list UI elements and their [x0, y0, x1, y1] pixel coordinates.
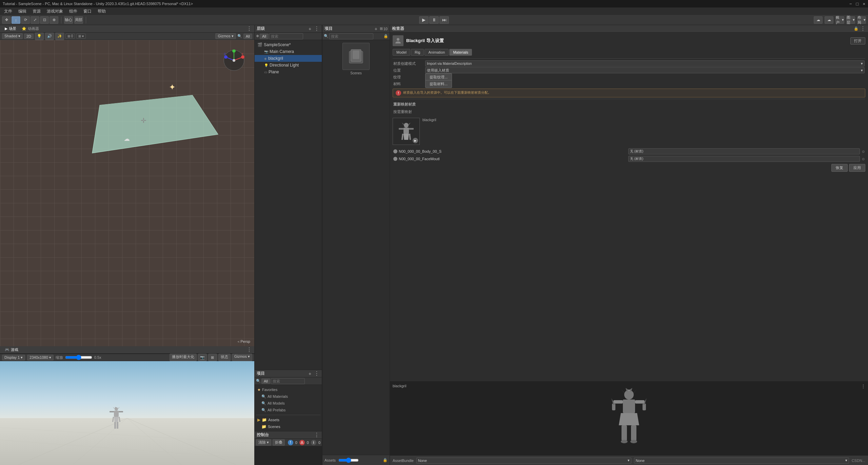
game-tab[interactable]: 🎮 游戏: [2, 347, 21, 353]
scene-content[interactable]: ✦ ☁ ✛ X Y: [0, 40, 254, 346]
hierarchy-dots-btn[interactable]: ⋮: [314, 26, 320, 32]
local-btn[interactable]: 局部: [74, 16, 83, 24]
service-icon[interactable]: ☁: [825, 16, 833, 24]
hierarchy-add-btn[interactable]: +: [307, 26, 313, 32]
hierarchy-plane-item[interactable]: ▭ Plane: [255, 69, 322, 75]
asset-bundle-select[interactable]: None ▾: [416, 458, 631, 464]
pause-button[interactable]: ⏸: [429, 16, 439, 24]
resolution-btn[interactable]: 2340x1080 ▾: [27, 355, 54, 360]
material-select-1[interactable]: 无 (材质): [628, 148, 860, 154]
material-select-2[interactable]: 无 (材质): [628, 156, 860, 162]
inspector-preview-dots[interactable]: ⋮: [861, 384, 865, 389]
all-models-item[interactable]: 🔍 All Models: [256, 400, 320, 407]
menu-gameobject[interactable]: 游戏对象: [44, 8, 66, 15]
favorites-header[interactable]: ★ Favorites: [256, 386, 320, 393]
apply-btn[interactable]: 应用: [849, 164, 865, 172]
menu-help[interactable]: 帮助: [95, 8, 108, 15]
revert-btn[interactable]: 恢复: [831, 164, 848, 172]
all-materials-item[interactable]: 🔍 All Materials: [256, 393, 320, 400]
console-collapse-btn[interactable]: 折叠: [273, 439, 285, 446]
camera-icon[interactable]: 📷: [198, 354, 207, 361]
project-dots-btn[interactable]: ⋮: [314, 371, 320, 377]
scene-tab[interactable]: ▶ 场景: [2, 25, 19, 32]
2d-btn[interactable]: 2D: [24, 34, 34, 39]
tab-model[interactable]: Model: [393, 49, 410, 56]
move-tool[interactable]: ↕: [12, 16, 20, 24]
inspector-dots-btn[interactable]: ⋮: [860, 26, 866, 32]
scenes-thumbnail[interactable]: [342, 43, 370, 70]
hierarchy-all-btn[interactable]: All: [260, 34, 269, 39]
animator-tab[interactable]: ⭐ 动画器: [19, 25, 42, 32]
layers-btn[interactable]: 图层 ▾: [846, 16, 855, 24]
console-clear-btn[interactable]: 清除 ▾: [256, 439, 271, 446]
game-view-dots[interactable]: ⋮: [246, 347, 252, 353]
project-search[interactable]: [271, 378, 305, 384]
rect-tool[interactable]: ⊡: [40, 16, 49, 24]
scale-slider[interactable]: [65, 355, 92, 360]
display-btn[interactable]: Display 1 ▾: [2, 355, 25, 360]
game-status-btn[interactable]: 状态: [218, 354, 231, 361]
hand-tool[interactable]: ✥: [2, 16, 11, 24]
material-target-icon-2[interactable]: ⊙: [862, 157, 865, 161]
rotate-tool[interactable]: ⟳: [21, 16, 30, 24]
scenes-asset-folder[interactable]: Scenes: [325, 43, 387, 75]
assets-zoom-slider[interactable]: [338, 458, 359, 462]
scene-lighting-btn[interactable]: 💡: [35, 33, 44, 40]
layout-btn[interactable]: 布局 ▾: [857, 16, 866, 24]
step-button[interactable]: ⏭: [439, 16, 449, 24]
all-prefabs-item[interactable]: 🔍 All Prefabs: [256, 407, 320, 413]
play-button[interactable]: ▶: [419, 16, 429, 24]
project-add-btn[interactable]: +: [307, 371, 313, 377]
menu-assets[interactable]: 资源: [30, 8, 43, 15]
scene-camera-btn[interactable]: ⊞ ▾: [76, 34, 86, 39]
inspector-open-btn[interactable]: 打开: [850, 37, 865, 44]
scene-audio-btn[interactable]: 🔊: [45, 33, 54, 40]
all-assets-btn[interactable]: All: [261, 378, 270, 384]
location-select[interactable]: 使用嵌入材质 ▾: [425, 67, 865, 73]
hierarchy-blackgril-item[interactable]: ◈ blackgril: [255, 55, 322, 62]
scene-grid-btn[interactable]: ⊞ 0: [65, 34, 75, 39]
play-overlay[interactable]: ▶: [413, 138, 418, 143]
menu-component[interactable]: 组件: [66, 8, 80, 15]
tab-animation[interactable]: Animation: [425, 49, 449, 56]
shading-mode-btn[interactable]: Shaded ▾: [2, 33, 23, 39]
transform-tool[interactable]: ⊕: [50, 16, 58, 24]
grid-icon[interactable]: ⊞: [208, 354, 217, 361]
menu-window[interactable]: 窗口: [81, 8, 94, 15]
pivot-btn[interactable]: 轴心: [64, 16, 73, 24]
scene-view-dots[interactable]: ⋮: [246, 26, 252, 32]
blackgril-thumbnail[interactable]: ▶: [393, 118, 420, 145]
account-btn[interactable]: 账户 ▾: [835, 16, 844, 24]
menu-edit[interactable]: 编辑: [16, 8, 29, 15]
right-assets-search[interactable]: [329, 33, 373, 39]
hierarchy-directionallight-item[interactable]: 💡 Directional Light: [255, 62, 322, 69]
scale-tool[interactable]: ⤢: [31, 16, 39, 24]
minimize-btn[interactable]: −: [849, 1, 852, 6]
material-creation-select[interactable]: Import via MaterialDescription ▾: [425, 60, 865, 67]
hierarchy-maincamera-item[interactable]: 📷 Main Camera: [255, 48, 322, 55]
inspector-lock-icon[interactable]: 🔒: [854, 26, 859, 31]
right-assets-add-btn[interactable]: +: [373, 26, 379, 32]
blackgril-preview-section: ▶ blackgril: [393, 118, 865, 145]
tab-rig[interactable]: Rig: [411, 49, 424, 56]
hierarchy-scene-item[interactable]: 🎬 SampleScene*: [255, 41, 322, 48]
game-gizmos-btn[interactable]: Gizmos ▾: [232, 354, 252, 361]
tab-materials[interactable]: Materials: [449, 49, 472, 56]
hierarchy-search[interactable]: [269, 33, 303, 39]
scene-fx-btn[interactable]: ✨: [55, 33, 64, 40]
assets-folder[interactable]: ▶ 📁 Assets: [256, 416, 320, 423]
maximize-btn[interactable]: 播放时最大化: [170, 354, 197, 361]
console-dots-btn[interactable]: ⋮: [314, 432, 320, 438]
gizmos-btn[interactable]: Gizmos ▾: [215, 33, 236, 39]
scenes-folder[interactable]: 📁 Scenes: [256, 423, 320, 430]
close-btn[interactable]: ×: [863, 1, 865, 6]
gizmo-widget[interactable]: X Y Z: [223, 50, 245, 71]
material-target-icon-1[interactable]: ⊙: [862, 150, 865, 153]
window-controls[interactable]: − □ ×: [849, 1, 865, 6]
asset-bundle-variant-select[interactable]: None ▾: [634, 458, 849, 464]
collab-icon[interactable]: ☁: [814, 16, 823, 24]
all-btn[interactable]: All: [243, 34, 252, 39]
extract-material-btn[interactable]: 提取材料...: [425, 80, 452, 88]
menu-file[interactable]: 文件: [1, 8, 15, 15]
maximize-btn[interactable]: □: [856, 1, 859, 6]
